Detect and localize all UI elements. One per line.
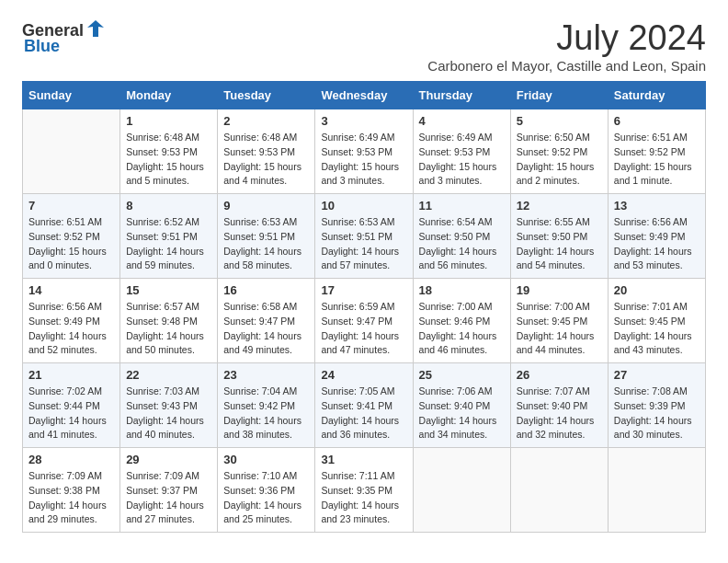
day-number: 2 bbox=[223, 114, 309, 128]
day-detail: Sunrise: 7:11 AMSunset: 9:35 PMDaylight:… bbox=[321, 469, 406, 527]
calendar-cell: 6Sunrise: 6:51 AMSunset: 9:52 PMDaylight… bbox=[608, 109, 705, 194]
day-number: 13 bbox=[614, 199, 700, 213]
calendar-cell: 13Sunrise: 6:56 AMSunset: 9:49 PMDayligh… bbox=[608, 194, 705, 279]
logo-blue-text: Blue bbox=[24, 37, 60, 56]
day-number: 5 bbox=[517, 114, 602, 128]
weekday-header-thursday: Thursday bbox=[413, 82, 510, 109]
calendar-week-3: 14Sunrise: 6:56 AMSunset: 9:49 PMDayligh… bbox=[23, 279, 706, 363]
sunset-text: Sunset: 9:45 PM bbox=[517, 316, 588, 327]
sunrise-text: Sunrise: 7:11 AM bbox=[321, 470, 394, 481]
sunset-text: Sunset: 9:49 PM bbox=[614, 231, 686, 242]
daylight-text: Daylight: 14 hours and 34 minutes. bbox=[419, 415, 497, 441]
calendar-cell: 21Sunrise: 7:02 AMSunset: 9:44 PMDayligh… bbox=[23, 363, 120, 448]
calendar-cell: 2Sunrise: 6:48 AMSunset: 9:53 PMDaylight… bbox=[218, 109, 315, 194]
calendar-cell: 17Sunrise: 6:59 AMSunset: 9:47 PMDayligh… bbox=[315, 279, 413, 363]
sunset-text: Sunset: 9:53 PM bbox=[126, 146, 198, 157]
daylight-text: Daylight: 15 hours and 2 minutes. bbox=[517, 161, 595, 187]
day-detail: Sunrise: 6:59 AMSunset: 9:47 PMDaylight:… bbox=[321, 300, 406, 358]
sunrise-text: Sunrise: 6:48 AM bbox=[126, 132, 199, 143]
sunrise-text: Sunrise: 7:01 AM bbox=[614, 301, 688, 312]
calendar-cell bbox=[413, 448, 510, 533]
sunrise-text: Sunrise: 7:10 AM bbox=[223, 470, 297, 481]
day-detail: Sunrise: 6:50 AMSunset: 9:52 PMDaylight:… bbox=[517, 131, 602, 189]
daylight-text: Daylight: 14 hours and 54 minutes. bbox=[517, 246, 595, 271]
sunset-text: Sunset: 9:52 PM bbox=[614, 146, 686, 157]
calendar-cell: 23Sunrise: 7:04 AMSunset: 9:42 PMDayligh… bbox=[218, 363, 315, 448]
day-number: 1 bbox=[126, 114, 211, 128]
calendar-cell: 11Sunrise: 6:54 AMSunset: 9:50 PMDayligh… bbox=[413, 194, 510, 279]
sunset-text: Sunset: 9:35 PM bbox=[321, 485, 392, 496]
daylight-text: Daylight: 14 hours and 49 minutes. bbox=[223, 330, 301, 356]
calendar-week-1: 1Sunrise: 6:48 AMSunset: 9:53 PMDaylight… bbox=[23, 109, 706, 194]
daylight-text: Daylight: 14 hours and 32 minutes. bbox=[517, 415, 595, 441]
calendar-cell: 26Sunrise: 7:07 AMSunset: 9:40 PMDayligh… bbox=[510, 363, 608, 448]
daylight-text: Daylight: 14 hours and 36 minutes. bbox=[321, 415, 399, 441]
daylight-text: Daylight: 14 hours and 27 minutes. bbox=[126, 500, 204, 525]
title-block: July 2024 Carbonero el Mayor, Castille a… bbox=[427, 18, 706, 74]
daylight-text: Daylight: 14 hours and 47 minutes. bbox=[321, 330, 399, 356]
logo-bird-icon bbox=[85, 18, 106, 39]
calendar-table: SundayMondayTuesdayWednesdayThursdayFrid… bbox=[22, 81, 706, 533]
day-number: 26 bbox=[517, 368, 602, 382]
calendar-week-5: 28Sunrise: 7:09 AMSunset: 9:38 PMDayligh… bbox=[23, 448, 706, 533]
weekday-header-monday: Monday bbox=[120, 82, 218, 109]
day-number: 23 bbox=[223, 368, 309, 382]
daylight-text: Daylight: 14 hours and 46 minutes. bbox=[419, 330, 497, 356]
day-number: 11 bbox=[419, 199, 505, 213]
sunset-text: Sunset: 9:43 PM bbox=[126, 400, 198, 411]
daylight-text: Daylight: 15 hours and 4 minutes. bbox=[223, 161, 301, 187]
day-detail: Sunrise: 6:55 AMSunset: 9:50 PMDaylight:… bbox=[517, 215, 602, 273]
sunrise-text: Sunrise: 6:52 AM bbox=[126, 216, 199, 227]
day-number: 21 bbox=[28, 368, 114, 382]
calendar-cell: 20Sunrise: 7:01 AMSunset: 9:45 PMDayligh… bbox=[608, 279, 705, 363]
day-detail: Sunrise: 7:04 AMSunset: 9:42 PMDaylight:… bbox=[223, 385, 309, 442]
weekday-header-row: SundayMondayTuesdayWednesdayThursdayFrid… bbox=[23, 82, 706, 109]
sunrise-text: Sunrise: 6:48 AM bbox=[223, 132, 297, 143]
day-number: 6 bbox=[614, 114, 700, 128]
calendar-cell: 29Sunrise: 7:09 AMSunset: 9:37 PMDayligh… bbox=[120, 448, 218, 533]
sunset-text: Sunset: 9:44 PM bbox=[28, 400, 100, 411]
calendar-header: SundayMondayTuesdayWednesdayThursdayFrid… bbox=[23, 82, 706, 109]
day-detail: Sunrise: 6:57 AMSunset: 9:48 PMDaylight:… bbox=[126, 300, 211, 358]
weekday-header-saturday: Saturday bbox=[608, 82, 705, 109]
day-detail: Sunrise: 7:05 AMSunset: 9:41 PMDaylight:… bbox=[321, 385, 406, 442]
day-number: 29 bbox=[126, 453, 211, 466]
sunrise-text: Sunrise: 7:05 AM bbox=[321, 385, 394, 396]
day-detail: Sunrise: 7:08 AMSunset: 9:39 PMDaylight:… bbox=[614, 385, 700, 442]
sunset-text: Sunset: 9:52 PM bbox=[517, 146, 588, 157]
page-header: General Blue July 2024 Carbonero el Mayo… bbox=[22, 18, 706, 74]
sunrise-text: Sunrise: 6:49 AM bbox=[321, 132, 394, 143]
sunset-text: Sunset: 9:40 PM bbox=[419, 400, 491, 411]
day-number: 20 bbox=[614, 283, 700, 297]
calendar-cell bbox=[510, 448, 608, 533]
day-detail: Sunrise: 7:00 AMSunset: 9:45 PMDaylight:… bbox=[517, 300, 602, 358]
sunrise-text: Sunrise: 7:04 AM bbox=[223, 385, 297, 396]
daylight-text: Daylight: 14 hours and 43 minutes. bbox=[614, 330, 692, 356]
logo: General Blue bbox=[22, 18, 106, 56]
day-detail: Sunrise: 7:03 AMSunset: 9:43 PMDaylight:… bbox=[126, 385, 211, 442]
sunset-text: Sunset: 9:36 PM bbox=[223, 485, 295, 496]
daylight-text: Daylight: 14 hours and 38 minutes. bbox=[223, 415, 301, 441]
sunrise-text: Sunrise: 7:09 AM bbox=[28, 470, 102, 481]
day-detail: Sunrise: 6:48 AMSunset: 9:53 PMDaylight:… bbox=[126, 131, 211, 189]
daylight-text: Daylight: 14 hours and 40 minutes. bbox=[126, 415, 204, 441]
sunset-text: Sunset: 9:51 PM bbox=[126, 231, 198, 242]
weekday-header-friday: Friday bbox=[510, 82, 608, 109]
day-number: 3 bbox=[321, 114, 406, 128]
day-detail: Sunrise: 6:56 AMSunset: 9:49 PMDaylight:… bbox=[614, 215, 700, 273]
calendar-cell: 18Sunrise: 7:00 AMSunset: 9:46 PMDayligh… bbox=[413, 279, 510, 363]
day-number: 19 bbox=[517, 283, 602, 297]
daylight-text: Daylight: 14 hours and 25 minutes. bbox=[223, 500, 301, 525]
sunset-text: Sunset: 9:45 PM bbox=[614, 316, 686, 327]
calendar-cell: 10Sunrise: 6:53 AMSunset: 9:51 PMDayligh… bbox=[315, 194, 413, 279]
day-number: 27 bbox=[614, 368, 700, 382]
sunrise-text: Sunrise: 6:54 AM bbox=[419, 216, 493, 227]
weekday-header-wednesday: Wednesday bbox=[315, 82, 413, 109]
sunrise-text: Sunrise: 6:51 AM bbox=[28, 216, 102, 227]
day-number: 17 bbox=[321, 283, 406, 297]
day-number: 9 bbox=[223, 199, 309, 213]
sunrise-text: Sunrise: 7:08 AM bbox=[614, 385, 688, 396]
daylight-text: Daylight: 14 hours and 59 minutes. bbox=[126, 246, 204, 271]
calendar-cell: 24Sunrise: 7:05 AMSunset: 9:41 PMDayligh… bbox=[315, 363, 413, 448]
daylight-text: Daylight: 15 hours and 3 minutes. bbox=[321, 161, 399, 187]
